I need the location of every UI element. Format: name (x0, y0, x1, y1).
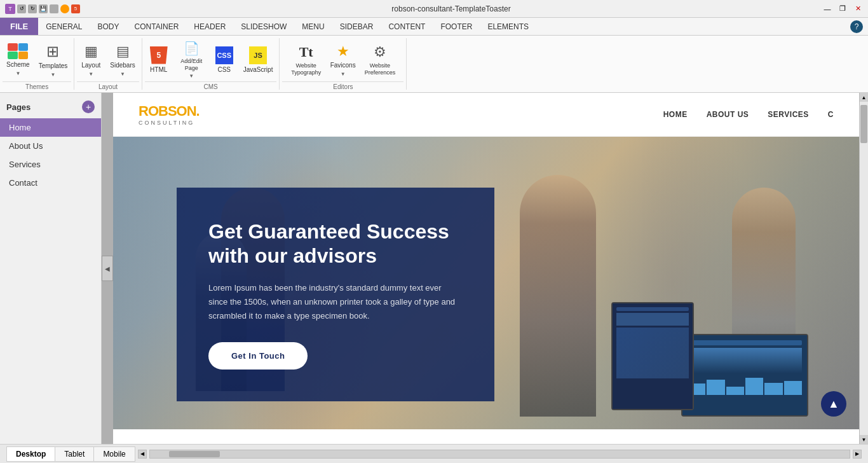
title-bar-controls[interactable]: — ❐ ✕ (822, 4, 863, 14)
scrollbar-track[interactable] (860, 102, 868, 435)
menu-header[interactable]: HEADER (186, 18, 233, 35)
nav-about[interactable]: ABOUT US (707, 110, 749, 119)
laptop-device (681, 334, 808, 417)
title-bar-title: robson-consultant-TemplateToaster (391, 4, 510, 13)
sidebar-header: Pages + (0, 98, 101, 118)
sidebars-button[interactable]: ▤ Sidebars ▼ (106, 41, 139, 79)
templates-arrow: ▼ (51, 72, 56, 78)
sidebar-title: Pages (6, 102, 31, 112)
restore-button[interactable]: ❐ (837, 4, 848, 14)
scroll-down-arrow[interactable]: ▼ (860, 435, 869, 444)
menu-sidebar[interactable]: SIDEBAR (332, 18, 381, 35)
css-label: CSS (217, 66, 231, 74)
scroll-up-arrow[interactable]: ▲ (860, 93, 869, 102)
view-tabs: Desktop Tablet Mobile (6, 446, 135, 462)
typography-button[interactable]: Tt WebsiteTypography (287, 41, 325, 79)
add-page-icon: 📄 (184, 41, 200, 56)
icon4 (50, 4, 58, 13)
menu-elements[interactable]: ELEMENTS (480, 18, 536, 35)
menu-general[interactable]: GENERAL (38, 18, 90, 35)
scrollbar-thumb[interactable] (860, 105, 867, 143)
pages-sidebar: Pages + Home About Us Services Contact (0, 93, 102, 444)
canvas: ◀ ROBSON. CONSULTING HOME ABOUT US SERVI… (102, 93, 859, 444)
nav-services[interactable]: SERVICES (768, 110, 808, 119)
bar6 (784, 381, 802, 396)
title-bar: T ↺ ↻ 💾 5 robson-consultant-TemplateToas… (0, 0, 868, 18)
logo-dot: . (196, 103, 200, 119)
sidebar-item-contact[interactable]: Contact (0, 174, 101, 192)
menu-content[interactable]: CONTENT (381, 18, 433, 35)
scroll-to-top-button[interactable]: ▲ (821, 391, 846, 417)
collapse-sidebar-button[interactable]: ◀ (102, 256, 113, 281)
right-scrollbar: ▲ ▼ (859, 93, 868, 444)
save-icon[interactable]: 💾 (39, 4, 48, 13)
site-logo-text: ROBSON. (139, 103, 200, 120)
layout-label: Layout (81, 62, 100, 69)
preferences-button[interactable]: ⚙ WebsitePreferences (361, 41, 400, 79)
javascript-label: JavaScript (243, 66, 273, 74)
menu-file[interactable]: FILE (0, 18, 38, 35)
nav-home[interactable]: HOME (663, 110, 688, 119)
person-figure-3 (520, 175, 596, 417)
hero-cta-button[interactable]: Get In Touch (208, 342, 308, 370)
nav-more[interactable]: C (828, 110, 834, 119)
main-area: Pages + Home About Us Services Contact ◀… (0, 93, 868, 444)
html-label: HTML (150, 66, 167, 74)
layout-group-label: Layout (77, 81, 139, 92)
website-preview: ROBSON. CONSULTING HOME ABOUT US SERVICE… (113, 93, 859, 444)
horizontal-scroll-thumb[interactable] (169, 451, 220, 457)
preferences-label: WebsitePreferences (365, 62, 396, 76)
title-bar-left: T ↺ ↻ 💾 5 (5, 4, 80, 14)
themes-group-label: Themes (3, 81, 71, 92)
ribbon-group-editors: Tt WebsiteTypography ★ Favicons ▼ ⚙ Webs… (280, 38, 407, 90)
sidebar-item-home[interactable]: Home (0, 118, 101, 137)
ribbon: Scheme ▼ ⊞ Templates ▼ Themes ▦ Layout ▼… (0, 36, 868, 93)
tab-tablet[interactable]: Tablet (55, 447, 94, 461)
favicons-button[interactable]: ★ Favicons ▼ (327, 41, 360, 79)
horizontal-scrollbar[interactable] (149, 450, 850, 459)
ribbon-group-cms: 5 HTML 📄 Add/EditPage ▼ CSS CSS JS JavaS… (142, 38, 280, 90)
layout-arrow: ▼ (88, 71, 93, 77)
favicons-icon: ★ (337, 43, 349, 60)
html-button[interactable]: 5 HTML (145, 41, 173, 79)
layout-icon: ▦ (85, 43, 98, 60)
scheme-cell-1 (8, 43, 18, 51)
bar5 (764, 383, 782, 396)
hero-description: Lorem Ipsum has been the industry's stan… (208, 281, 463, 323)
tablet-content-2 (616, 328, 689, 378)
add-edit-label: Add/EditPage (180, 58, 202, 72)
help-icon[interactable]: ? (850, 20, 863, 33)
site-navbar: ROBSON. CONSULTING HOME ABOUT US SERVICE… (113, 93, 859, 137)
minimize-button[interactable]: — (822, 4, 832, 14)
hero-overlay: Get Guaranteed Success with our advisors… (177, 188, 494, 401)
menu-footer[interactable]: FOOTER (433, 18, 480, 35)
scroll-right-arrow[interactable]: ▶ (853, 450, 862, 459)
sidebars-label: Sidebars (110, 62, 135, 69)
sidebars-arrow: ▼ (120, 71, 125, 77)
scroll-left-arrow[interactable]: ◀ (138, 450, 147, 459)
templates-label: Templates (39, 62, 68, 70)
chart-area (688, 348, 802, 373)
chart-bars (688, 376, 802, 395)
close-button[interactable]: ✕ (853, 4, 863, 14)
javascript-button[interactable]: JS JavaScript (240, 41, 277, 79)
tablet-header (616, 307, 689, 311)
add-page-button[interactable]: + (82, 100, 95, 113)
menu-slideshow[interactable]: SLIDESHOW (233, 18, 294, 35)
menu-container[interactable]: CONTAINER (127, 18, 187, 35)
undo-icon[interactable]: ↺ (17, 4, 26, 13)
sidebar-item-services[interactable]: Services (0, 155, 101, 174)
add-edit-page-button[interactable]: 📄 Add/EditPage ▼ (174, 41, 209, 79)
redo-icon[interactable]: ↻ (28, 4, 37, 13)
templates-button[interactable]: ⊞ Templates ▼ (35, 41, 72, 79)
menu-menu[interactable]: MENU (294, 18, 332, 35)
sidebar-item-about[interactable]: About Us (0, 137, 101, 155)
html5-icon: 5 (150, 46, 168, 64)
hero-title: Get Guaranteed Success with our advisors (208, 219, 463, 268)
layout-button[interactable]: ▦ Layout ▼ (77, 41, 105, 79)
scheme-button[interactable]: Scheme ▼ (3, 41, 34, 79)
css-button[interactable]: CSS CSS (210, 41, 238, 79)
tab-mobile[interactable]: Mobile (94, 447, 134, 461)
tab-desktop[interactable]: Desktop (7, 447, 55, 461)
menu-body[interactable]: BODY (90, 18, 127, 35)
